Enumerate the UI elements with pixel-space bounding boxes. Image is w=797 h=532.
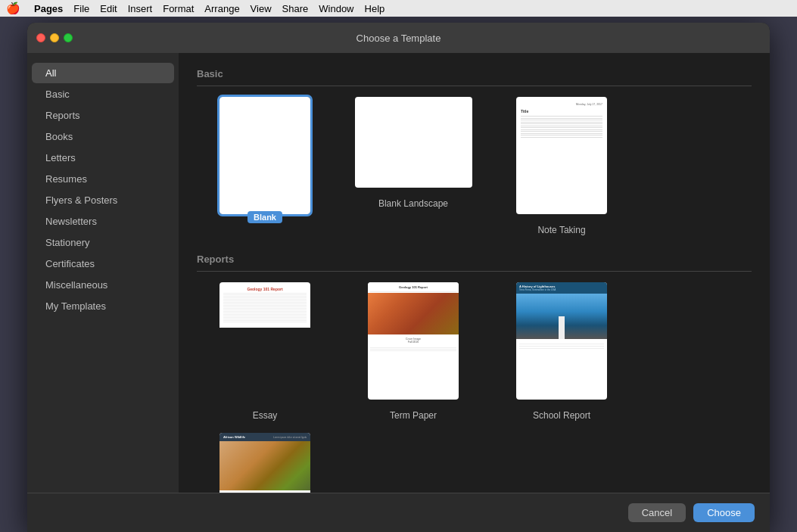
template-chooser-window: Choose a Template All Basic Reports Book… bbox=[27, 23, 770, 532]
template-school-report-label: School Report bbox=[533, 410, 590, 421]
sidebar-item-basic[interactable]: Basic bbox=[32, 84, 174, 104]
tp-footer: Cover ImageFall 2016 bbox=[368, 334, 459, 347]
e-line-12 bbox=[223, 310, 307, 310]
nt-line-10 bbox=[521, 133, 602, 134]
e-line-3 bbox=[223, 296, 307, 297]
menubar-view[interactable]: View bbox=[251, 3, 272, 14]
essay-title: Geology 101 Report bbox=[223, 287, 307, 291]
sc-lighthouse bbox=[559, 316, 565, 339]
template-visual-report-thumb: African Wildlife Lorem ipsum dolor sit a… bbox=[219, 433, 310, 493]
nt-date: Monday, July 17, 2017 bbox=[521, 103, 602, 106]
sidebar-item-resumes[interactable]: Resumes bbox=[32, 169, 174, 189]
tp-line-3 bbox=[370, 350, 456, 351]
sidebar-item-newsletters[interactable]: Newsletters bbox=[32, 211, 174, 232]
close-button[interactable] bbox=[36, 33, 45, 42]
e-line-5 bbox=[223, 299, 307, 300]
template-school-report[interactable]: A History of Lighthouses Terra Firma, So… bbox=[493, 282, 630, 421]
cancel-button[interactable]: Cancel bbox=[628, 503, 686, 522]
vr-title: African Wildlife bbox=[223, 435, 245, 439]
blank-landscape-preview bbox=[355, 97, 472, 188]
e-line-9 bbox=[223, 305, 307, 306]
template-blank[interactable]: Blank bbox=[197, 97, 333, 235]
sc-image bbox=[516, 294, 607, 339]
nt-line-4 bbox=[521, 122, 602, 123]
e-line-17 bbox=[223, 317, 307, 318]
vr-image bbox=[219, 441, 310, 490]
e-line-19 bbox=[223, 320, 307, 321]
template-note-taking[interactable]: Monday, July 17, 2017 Title bbox=[493, 97, 630, 235]
sidebar-item-my-templates[interactable]: My Templates bbox=[32, 296, 174, 316]
nt-line-3 bbox=[521, 120, 602, 120]
traffic-lights bbox=[36, 33, 73, 42]
tp-header: Geology 101 Report bbox=[368, 282, 459, 291]
window-body: All Basic Reports Books Letters Resumes … bbox=[27, 53, 770, 493]
template-blank-landscape[interactable]: Blank Landscape bbox=[345, 97, 481, 235]
e-line-8 bbox=[223, 303, 307, 304]
vr-subtitle: Lorem ipsum dolor sit amet ligula bbox=[273, 436, 307, 439]
sc-header: A History of Lighthouses Terra Firma, So… bbox=[516, 282, 607, 294]
sidebar-item-flyers-posters[interactable]: Flyers & Posters bbox=[32, 190, 174, 210]
template-visual-report[interactable]: African Wildlife Lorem ipsum dolor sit a… bbox=[197, 433, 333, 493]
menubar-arrange[interactable]: Arrange bbox=[204, 3, 239, 14]
nt-line-1 bbox=[521, 116, 602, 117]
window-footer: Cancel Choose bbox=[27, 493, 770, 532]
sidebar-item-letters[interactable]: Letters bbox=[32, 148, 174, 168]
nt-line-8 bbox=[521, 129, 602, 130]
window-title: Choose a Template bbox=[356, 33, 441, 44]
main-content: Basic Blank Blank Landscape bbox=[179, 53, 770, 493]
template-essay[interactable]: Geology 101 Report bbox=[197, 282, 333, 421]
apple-menu-icon[interactable]: 🍎 bbox=[6, 2, 20, 15]
e-line-20 bbox=[223, 322, 307, 322]
template-essay-thumb: Geology 101 Report bbox=[219, 282, 310, 400]
menubar-edit[interactable]: Edit bbox=[100, 3, 117, 14]
visual-preview: African Wildlife Lorem ipsum dolor sit a… bbox=[219, 433, 310, 493]
menubar-insert[interactable]: Insert bbox=[128, 3, 153, 14]
sidebar-item-all[interactable]: All bbox=[32, 63, 174, 83]
tp-image bbox=[368, 293, 459, 334]
e-line-4 bbox=[223, 297, 307, 298]
section-basic-title: Basic bbox=[197, 68, 752, 86]
school-preview: A History of Lighthouses Terra Firma, So… bbox=[516, 282, 607, 400]
reports-template-grid: Geology 101 Report bbox=[197, 282, 752, 493]
menubar-pages[interactable]: Pages bbox=[34, 3, 63, 14]
template-school-report-thumb: A History of Lighthouses Terra Firma, So… bbox=[516, 282, 607, 400]
template-note-taking-thumb: Monday, July 17, 2017 Title bbox=[516, 97, 607, 214]
template-blank-badge: Blank bbox=[248, 211, 282, 223]
e-line-16 bbox=[223, 316, 307, 316]
note-taking-preview: Monday, July 17, 2017 Title bbox=[516, 97, 607, 214]
sidebar-item-certificates[interactable]: Certificates bbox=[32, 254, 174, 274]
section-reports-title: Reports bbox=[197, 254, 752, 272]
sidebar-item-stationery[interactable]: Stationery bbox=[32, 232, 174, 253]
tp-line-1 bbox=[370, 347, 456, 348]
tp-line-2 bbox=[370, 349, 456, 350]
e-line-10 bbox=[223, 306, 307, 307]
minimize-button[interactable] bbox=[50, 33, 59, 42]
template-blank-landscape-thumb bbox=[355, 97, 472, 188]
nt-line-5 bbox=[521, 123, 602, 124]
menubar-file[interactable]: File bbox=[73, 3, 89, 14]
menubar-help[interactable]: Help bbox=[365, 3, 385, 14]
menubar-format[interactable]: Format bbox=[163, 3, 194, 14]
maximize-button[interactable] bbox=[64, 33, 73, 42]
sidebar-item-reports[interactable]: Reports bbox=[32, 105, 174, 126]
e-line-6 bbox=[223, 300, 307, 301]
titlebar: Choose a Template bbox=[27, 23, 770, 53]
e-line-13 bbox=[223, 311, 307, 312]
choose-button[interactable]: Choose bbox=[693, 503, 755, 522]
template-note-taking-label: Note Taking bbox=[537, 225, 585, 235]
sidebar: All Basic Reports Books Letters Resumes … bbox=[27, 53, 179, 493]
menubar-window[interactable]: Window bbox=[319, 3, 353, 14]
sidebar-item-miscellaneous[interactable]: Miscellaneous bbox=[32, 275, 174, 295]
e-line-1 bbox=[223, 293, 307, 294]
nt-line-2 bbox=[521, 118, 602, 119]
menubar-share[interactable]: Share bbox=[282, 3, 309, 14]
template-term-paper-label: Term Paper bbox=[390, 410, 437, 421]
e-line-18 bbox=[223, 319, 307, 319]
nt-line-12 bbox=[521, 137, 602, 138]
template-blank-thumb bbox=[219, 97, 310, 214]
template-term-paper[interactable]: Geology 101 Report Cover ImageFall 2016 … bbox=[345, 282, 481, 421]
sidebar-item-books[interactable]: Books bbox=[32, 126, 174, 147]
vr-header: African Wildlife Lorem ipsum dolor sit a… bbox=[219, 433, 310, 441]
template-essay-label: Essay bbox=[253, 410, 278, 421]
nt-line-11 bbox=[521, 135, 602, 135]
